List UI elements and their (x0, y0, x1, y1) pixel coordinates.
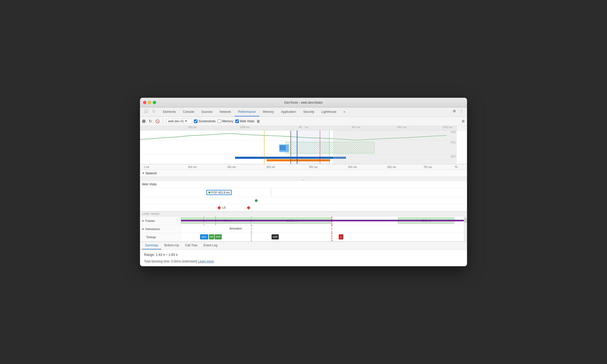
zoomed-tick-1ms: 1 ms (144, 166, 149, 168)
frames-content: 1072.5 ms 40.4 ms 161.3 ms 59.8 ms (181, 216, 464, 225)
close-button[interactable] (143, 101, 146, 104)
bottom-panel: Range: 1.43 s – 1.83 s Total blocking ti… (140, 250, 467, 266)
blocking-text: Total blocking time: 0.00ms (estimated) … (144, 260, 463, 263)
tab-sources[interactable]: Sources (198, 107, 216, 116)
web-vitals-checkbox[interactable] (235, 119, 239, 123)
interactions-content: Animation (181, 225, 464, 233)
memory-checkbox-label[interactable]: Memory (218, 119, 233, 123)
bottom-tabs: Summary Bottom-Up Call Tree Event Log (140, 241, 467, 250)
timing-dcl[interactable]: DCL (200, 234, 208, 239)
expand-frames-icon: ► (142, 220, 144, 222)
tab-bottom-up[interactable]: Bottom-Up (161, 242, 182, 249)
scrollbar-thumb[interactable] (464, 218, 467, 223)
int-dashed-1 (251, 225, 252, 233)
tab-performance[interactable]: Performance (235, 107, 259, 116)
tab-call-tree[interactable]: Call Tree (182, 242, 201, 249)
timeline-overview: 500 ms 1000 ms 40… ms 901 ms 1401 ms 190… (140, 126, 467, 164)
reload-button[interactable]: ↻ (148, 119, 153, 124)
title-bar: DevTools - web.dev/vitals/ (140, 98, 467, 107)
tim-dashed-1 (251, 233, 252, 241)
fcp-marker: FCP 421.8 ms (206, 190, 232, 195)
purple-timeline-bar (181, 220, 464, 221)
fcp-label: FCP (212, 191, 217, 194)
zoomed-ruler: 1 ms 401 ms 451 ms 501 ms 551 ms 601 ms … (140, 164, 467, 170)
screenshots-strip (140, 126, 457, 130)
timing-l[interactable]: L (339, 234, 343, 239)
devtools-window: DevTools - web.dev/vitals/ ⬜ □ Elements … (140, 98, 467, 266)
orange-vline (264, 130, 264, 164)
interactions-row: ► Interactions Animation (140, 225, 467, 233)
traffic-lights (143, 101, 156, 104)
tab-application[interactable]: Application (277, 107, 300, 116)
selection-range (290, 130, 330, 164)
tab-summary[interactable]: Summary (142, 242, 161, 249)
tab-lighthouse[interactable]: Lighthouse (318, 107, 340, 116)
interactions-scrollbar (464, 225, 467, 233)
timings-content: DCL FP FCP LCP L (181, 233, 464, 241)
tab-more[interactable]: » (340, 107, 349, 116)
tab-memory[interactable]: Memory (259, 107, 277, 116)
maximize-button[interactable] (153, 101, 156, 104)
timings-scrollbar (464, 233, 467, 241)
dimmed-area (333, 130, 457, 164)
screenshots-checkbox-label[interactable]: Screenshots (194, 119, 216, 123)
zoomed-tick-451ms: 451 ms (227, 166, 236, 168)
frames-scrollbar[interactable] (464, 216, 467, 225)
animation-text: Animation (229, 227, 242, 230)
interactions-label[interactable]: ► Interactions (140, 225, 181, 233)
ls-label: LS (222, 206, 226, 209)
ls-diamond-1 (217, 206, 221, 210)
network-section[interactable]: ▼ Network (140, 170, 467, 177)
timing-fp[interactable]: FP (209, 234, 214, 239)
zoomed-tick-651ms: 651 ms (388, 166, 396, 168)
delete-icon[interactable]: 🗑 (256, 119, 260, 123)
performance-settings-icon[interactable]: ⚙ (462, 119, 465, 123)
tab-elements[interactable]: Elements (159, 107, 179, 116)
ls-track: LS (140, 204, 467, 211)
memory-checkbox[interactable] (218, 119, 221, 123)
web-vitals-header: Web Vitals (140, 181, 467, 188)
int-dashed-red (332, 225, 332, 233)
minimize-button[interactable] (148, 101, 151, 104)
fcp-value: 421.8 ms (218, 191, 230, 194)
zoomed-tick-401ms: 401 ms (188, 166, 196, 168)
settings-icon[interactable]: ⚙ (451, 107, 458, 115)
session-selector[interactable]: web.dev #1 ▼ (166, 119, 192, 124)
svg-rect-5 (279, 145, 286, 150)
toggle-drawer-icon[interactable]: □ (150, 107, 157, 115)
expand-interactions-icon: ► (142, 228, 144, 230)
zoomed-tick-551ms: 551 ms (309, 166, 318, 168)
timings-label[interactable]: Timings (140, 233, 181, 241)
tim-dashed-red (332, 233, 332, 241)
tab-security[interactable]: Security (300, 107, 318, 116)
cursor-icon[interactable]: ⬜ (142, 107, 149, 115)
expand-icon: ▼ (142, 172, 145, 175)
ls-diamond-2 (247, 206, 250, 210)
frames-label[interactable]: ► Frames (140, 216, 181, 225)
timings-row: Timings DCL FP FCP LCP L (140, 233, 467, 241)
zoomed-tick-701ms: 701 ms (424, 166, 432, 168)
range-text: Range: 1.43 s – 1.83 s (144, 253, 463, 257)
timing-lcp[interactable]: LCP (272, 234, 279, 239)
fcp-dashed-line (271, 188, 271, 197)
fcp-box: FCP 421.8 ms (206, 190, 232, 195)
zoomed-tick-750ms: 75… (454, 166, 460, 168)
fcp-dot (208, 191, 211, 193)
dots-row: ... (140, 177, 467, 181)
long-tasks-label: LONG TASKS (140, 212, 467, 216)
record-button[interactable] (142, 119, 146, 123)
dropdown-arrow-icon: ▼ (185, 120, 187, 123)
web-vitals-checkbox-label[interactable]: Web Vitals (235, 119, 254, 123)
learn-more-link[interactable]: Learn more (198, 260, 214, 263)
clear-button[interactable]: 🚫 (155, 119, 160, 124)
tab-console[interactable]: Console (179, 107, 198, 116)
tab-network[interactable]: Network (216, 107, 235, 116)
session-label: web.dev #1 (168, 119, 184, 123)
main-tracks: ► Frames 1072.5 ms 40.4 ms 161.3 ms 59.8… (140, 216, 467, 241)
options-bar: ↻ 🚫 web.dev #1 ▼ Screenshots Memory Web … (140, 117, 467, 126)
timing-fcp[interactable]: FCP (215, 234, 222, 239)
tab-event-log[interactable]: Event Log (201, 242, 220, 249)
more-options-icon[interactable]: ⋮ (458, 107, 465, 115)
window-title: DevTools - web.dev/vitals/ (284, 101, 323, 104)
screenshots-checkbox[interactable] (194, 119, 197, 123)
